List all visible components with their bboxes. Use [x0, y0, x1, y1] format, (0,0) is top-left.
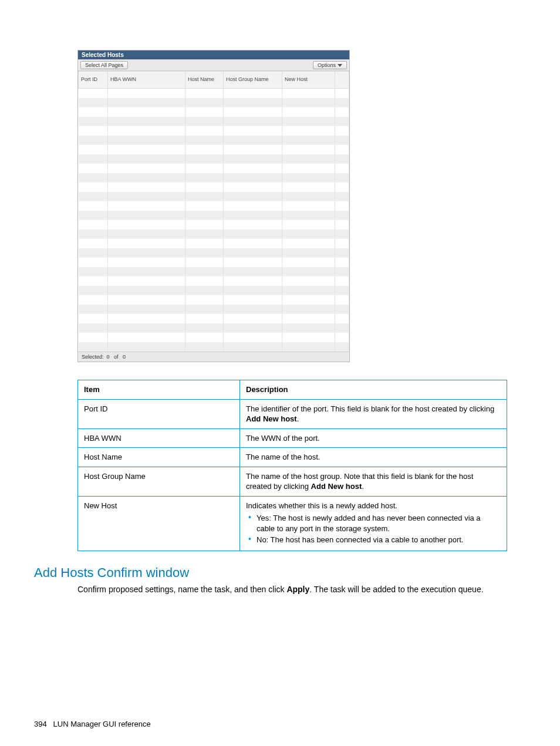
table-row: New Host Indicates whether this is a new… [78, 496, 507, 551]
footer-selected-label: Selected: [82, 354, 104, 360]
panel-title: Selected Hosts [78, 50, 349, 59]
chevron-down-icon [338, 64, 342, 67]
table-row [79, 229, 349, 239]
table-row [79, 342, 349, 352]
desc-item: Port ID [78, 399, 240, 428]
desc-header-description: Description [240, 380, 507, 400]
table-row [79, 136, 349, 145]
table-row [79, 164, 349, 173]
description-table: Item Description Port ID The identifier … [77, 380, 507, 551]
list-item: No: The host has been connected via a ca… [257, 535, 501, 545]
col-port-id[interactable]: Port ID [79, 72, 108, 89]
desc-header-item: Item [78, 380, 240, 400]
table-row [79, 145, 349, 154]
table-row [79, 267, 349, 276]
col-spacer [335, 72, 349, 89]
desc-text: The name of the host. [240, 448, 507, 467]
footer-total-count: 0 [123, 354, 126, 360]
list-item: Yes: The host is newly added and has nev… [257, 513, 501, 534]
table-row [79, 154, 349, 164]
footer-selected-count: 0 [107, 354, 110, 360]
table-row [79, 201, 349, 211]
desc-text: The identifier of the port. This field i… [240, 399, 507, 428]
desc-text: Indicates whether this is a newly added … [240, 496, 507, 551]
options-label: Options [318, 62, 336, 68]
table-row [79, 173, 349, 183]
table-row [79, 126, 349, 136]
table-row [79, 276, 349, 286]
desc-item: Host Group Name [78, 467, 240, 496]
col-hba-wwn[interactable]: HBA WWN [108, 72, 185, 89]
table-row: HBA WWN The WWN of the port. [78, 428, 507, 448]
table-row [79, 192, 349, 201]
desc-item: HBA WWN [78, 428, 240, 448]
table-row: Host Group Name The name of the host gro… [78, 467, 507, 496]
table-row [79, 323, 349, 333]
page-footer: 394 LUN Manager GUI reference [34, 720, 151, 728]
section-paragraph: Confirm proposed settings, name the task… [77, 584, 500, 595]
table-row [79, 183, 349, 192]
table-row [79, 258, 349, 267]
table-row [79, 239, 349, 248]
desc-item: New Host [78, 496, 240, 551]
table-row [79, 211, 349, 220]
footer-title: LUN Manager GUI reference [53, 720, 151, 728]
footer-of-label: of [114, 354, 119, 360]
col-new-host[interactable]: New Host [282, 72, 335, 89]
selected-hosts-panel: Selected Hosts Select All Pages Options … [77, 50, 350, 362]
table-row [79, 220, 349, 229]
table-row [79, 248, 349, 258]
hosts-grid: Port ID HBA WWN Host Name Host Group Nam… [78, 71, 349, 352]
table-row [79, 286, 349, 295]
table-row: Port ID The identifier of the port. This… [78, 399, 507, 428]
col-host-name[interactable]: Host Name [185, 72, 224, 89]
table-row [79, 333, 349, 342]
select-all-pages-label: Select All Pages [85, 62, 123, 68]
options-button[interactable]: Options [313, 61, 347, 69]
table-row [79, 98, 349, 107]
table-row [79, 295, 349, 305]
page-number: 394 [34, 720, 47, 728]
table-row [79, 107, 349, 117]
select-all-pages-button[interactable]: Select All Pages [80, 61, 128, 69]
panel-footer: Selected: 0 of 0 [78, 352, 349, 362]
table-row [79, 89, 349, 99]
section-heading: Add Hosts Confirm window [34, 565, 526, 580]
col-host-group[interactable]: Host Group Name [224, 72, 282, 89]
table-row: Host Name The name of the host. [78, 448, 507, 467]
desc-item: Host Name [78, 448, 240, 467]
desc-text: The WWN of the port. [240, 428, 507, 448]
table-row [79, 305, 349, 314]
desc-text: The name of the host group. Note that th… [240, 467, 507, 496]
panel-toolbar: Select All Pages Options [78, 59, 349, 71]
table-row [79, 117, 349, 126]
table-row [79, 314, 349, 323]
